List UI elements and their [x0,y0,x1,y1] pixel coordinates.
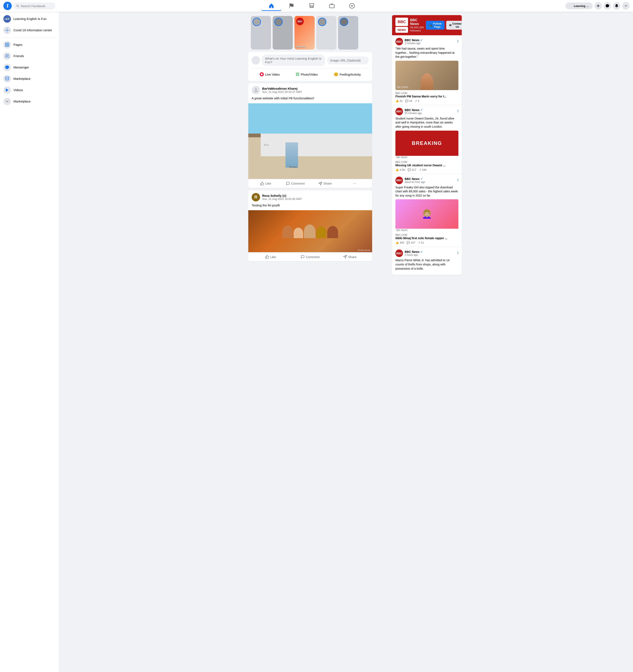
facebook-logo[interactable]: f [3,2,12,10]
news-3-meta: BBC News ✓ about an hour ago [405,177,456,184]
bell-icon [614,4,619,8]
news-4-meta: BBC News ✓ 2 hours ago [405,250,456,257]
composer-url-input[interactable]: Image URL (Optional) [327,56,369,64]
news-item-4: BBC BBC News ✓ 2 hours ago f Marco Pierr… [392,247,462,275]
covid-label: Covid 19 Information center [14,28,52,32]
news-item-2: BBC BBC News ✓ 55 minutes ago f Student … [392,105,462,174]
user-page-name: Learning English Is Fun [574,4,590,7]
post-2-comment-button[interactable]: Comment [290,253,330,260]
celebrity-emoji: 👩🏼‍🦱 [422,209,432,219]
post-2-time: Sun, 21 Aug 2022 19:03:36 GMT [262,197,302,200]
sidebar-item-friends[interactable]: Friends [2,51,57,62]
store-icon [309,3,314,9]
facebook-icon-3: f [458,178,458,182]
news-2-title: Missing UK student nurse Owami ... [396,164,458,167]
sidebar-item-leif[interactable]: LEIF Learning English Is Fun [2,14,57,24]
add-button[interactable] [594,2,602,10]
svg-point-15 [356,183,356,184]
search-input[interactable] [21,4,50,8]
news-item-3: BBC BBC News ✓ about an hour ago f Super… [392,174,462,247]
sidebar-item-marketplace[interactable]: Marketplace [2,73,57,84]
news-2-text: Student nurse Owami Davies, 24, found al… [396,117,458,129]
story-5-avatar [340,18,348,26]
news-2-meta: BBC News ✓ 55 minutes ago [405,109,456,115]
svg-rect-4 [5,43,7,44]
story-shil-nou[interactable]: BBC Shil Nou [295,16,314,50]
verified-icon-1: ✓ [421,39,423,42]
news-3-likes: 👍 449 [396,241,404,244]
user-pill[interactable]: Learning English Is Fun [565,2,593,9]
friends-icon [3,52,11,60]
left-sidebar: LEIF Learning English Is Fun Covid 19 In… [0,12,59,672]
nav-watch-button[interactable] [322,1,342,11]
sidebar-item-covid[interactable]: Covid 19 Information center [2,25,57,36]
post-1-comment-button[interactable]: Comment [281,180,310,187]
sidebar-item-marketplace2[interactable]: Marketplace [2,96,57,107]
user-avatar-small [567,3,573,8]
nav-marketplace-button[interactable] [302,1,322,11]
photo-video-label: Photo/Video [301,73,318,76]
post-1-more-button[interactable] [340,180,370,187]
photo-video-button[interactable]: 🖼 Photo/Video [293,70,320,78]
news-1-shares: ↗ 2 [415,99,419,102]
sidebar-item-videos[interactable]: Videos [2,85,57,96]
news-2-image: BREAKING BBC NEWS [396,130,458,159]
facebook-icon-4: f [458,251,458,255]
post-2-avatar: R [252,193,260,201]
sidebar-item-pages[interactable]: Pages [2,39,57,50]
contact-us-button[interactable]: ✉ Contact Us [446,21,462,30]
marketplace-label: Marketplace [14,77,31,81]
post-2-like-button[interactable]: Like [251,253,290,260]
nav-center [58,1,565,11]
post-1-share-button[interactable]: Share [310,180,340,187]
svg-rect-1 [329,5,334,8]
pages-icon [3,41,11,49]
pages-label: Pages [14,43,22,47]
search-bar[interactable] [14,2,55,9]
nav-flag-button[interactable] [281,1,302,11]
leif-label: Learning English Is Fun [14,17,47,21]
nav-home-button[interactable] [261,1,281,11]
story-5[interactable] [338,16,358,50]
post-2-image: Group photo [248,210,372,252]
nav-gaming-button[interactable] [342,1,362,11]
marketplace2-label: Marketplace [14,99,31,103]
comment-label: Comment [291,182,305,185]
story-1[interactable] [251,16,271,50]
messenger-sidebar-icon [3,64,11,71]
news-3-title: Nikki Minaj first solo female rapper ... [396,237,458,240]
news-4-time: 2 hours ago [405,254,456,257]
post-2-author: Reza Soheily (c) [262,194,302,197]
messenger-icon [605,4,609,8]
composer-text-input[interactable]: What's on Your mind Learning English Is … [262,55,325,66]
story-shil-label: Shil Nou [296,45,313,48]
news-item-1: BBC BBC News ✓ 3 minutes ago f "We had s… [392,35,462,105]
notifications-button[interactable] [613,2,621,10]
news-2-source-link: BBC.COM [396,161,458,164]
composer-placeholder: What's on Your mind Learning English Is … [265,57,322,64]
svg-point-14 [354,183,355,184]
comment-icon-2 [301,255,305,259]
feeling-button[interactable]: 😊 Feeling/Activity [331,70,363,78]
news-1-text: "We had sauna, swam and spent time toget… [396,47,458,59]
messenger-button[interactable] [604,2,611,10]
story-4[interactable] [316,16,336,50]
verified-icon-4: ✓ [421,250,423,254]
svg-rect-5 [7,43,9,44]
post-1-like-button[interactable]: Like [251,180,281,187]
share-icon-2 [343,255,347,259]
share-label-2: Share [348,255,357,259]
post-2-actions: Like Comment Share [248,252,372,261]
news-3-source: BBC News ✓ [405,177,456,181]
story-bbc-badge: BBC [296,18,304,25]
post-1-actions: Like Comment Share [248,179,372,188]
story-2[interactable] [273,16,293,50]
like-label-2: Like [270,255,276,259]
sidebar-item-messenger[interactable]: Messenger [2,62,57,73]
news-2-likes: 👍 4.5K [396,168,405,171]
svg-point-8 [6,54,7,56]
menu-expand-button[interactable] [622,2,630,10]
live-video-button[interactable]: Live Video [257,70,282,78]
follow-page-button[interactable]: 📺 Follow Page [426,21,445,30]
post-2-share-button[interactable]: Share [330,253,370,260]
